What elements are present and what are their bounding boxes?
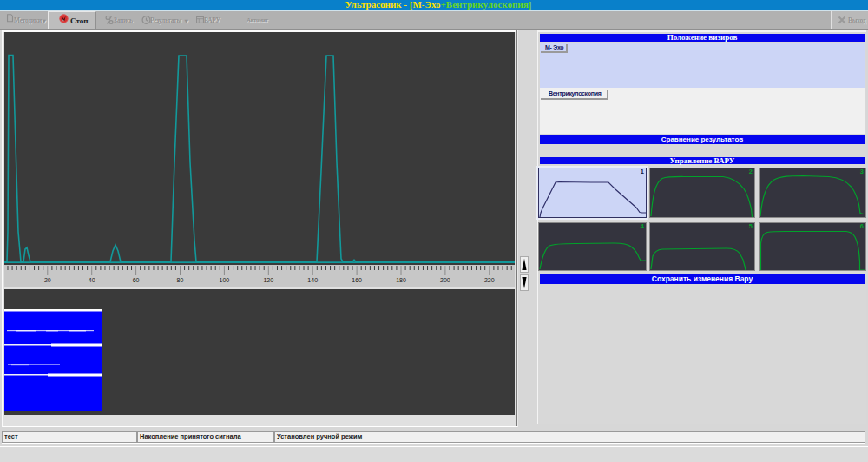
svg-text:220: 220 [484, 277, 495, 283]
svg-text:100: 100 [220, 277, 230, 283]
svg-text:20: 20 [44, 277, 51, 283]
svg-text:60: 60 [133, 277, 140, 283]
svg-text:160: 160 [352, 277, 362, 283]
svg-text:200: 200 [440, 277, 450, 283]
svg-text:120: 120 [263, 277, 273, 283]
svg-text:40: 40 [89, 277, 95, 283]
svg-text:140: 140 [307, 277, 318, 283]
svg-text:180: 180 [396, 277, 406, 283]
svg-text:80: 80 [177, 277, 184, 283]
